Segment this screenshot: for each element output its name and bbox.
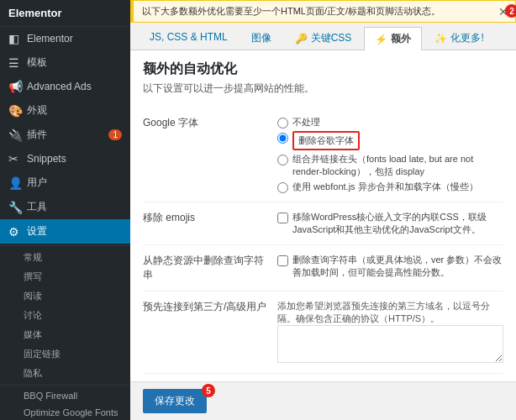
table-row-google-fonts: Google 字体 不处理 删除谷歌字体 组合并链接在头: [143, 108, 503, 202]
annotation-5: 5: [202, 384, 215, 397]
query-description: 删除查询字符串（或更具体地说，ver 参数）不会改善加载时间，但可能会提高性能分…: [292, 254, 503, 279]
subitem-reading[interactable]: 阅读: [0, 286, 130, 306]
radio-remove-google-label: 删除谷歌字体: [292, 131, 360, 150]
page-content: 额外的自动优化 以下设置可以进一步提高网站的性能。 Google 字体 不处理 …: [130, 50, 516, 381]
tab-extra[interactable]: ⚡ 额外: [364, 27, 422, 50]
google-fonts-options: 不处理 删除谷歌字体 组合并链接在头（fonts load late, but …: [277, 116, 503, 193]
query-value: 删除查询字符串（或更具体地说，ver 参数）不会改善加载时间，但可能会提高性能分…: [277, 245, 503, 291]
query-checkbox-item[interactable]: 删除查询字符串（或更具体地说，ver 参数）不会改善加载时间，但可能会提高性能分…: [277, 254, 503, 279]
sidebar-item-advanced-ads[interactable]: 📢 Advanced Ads: [0, 75, 130, 98]
emojis-value: 移除WordPress核心嵌入文字的内联CSS，联级JavaScript和其他主…: [277, 202, 503, 245]
radio-webfont-label: 使用 webfont.js 异步合并和加载字体（慢些）: [292, 181, 478, 193]
save-button[interactable]: 保存更改: [143, 389, 207, 413]
radio-remove-google-input[interactable]: [277, 133, 288, 144]
preconnect-description: 添加您希望浏览器预先连接的第三方域名，以逗号分隔。确保包含正确的协议（HTTP/…: [277, 300, 503, 325]
preconnect-label: 预先连接到第三方/高级用户: [143, 291, 277, 374]
appearance-icon: 🎨: [8, 104, 22, 118]
subitem-media[interactable]: 媒体: [0, 325, 130, 344]
emojis-checkbox[interactable]: [277, 213, 288, 223]
google-fonts-label: Google 字体: [143, 108, 277, 202]
radio-no-process-label: 不处理: [292, 116, 320, 129]
radio-webfont-input[interactable]: [277, 182, 288, 193]
table-row-preconnect: 预先连接到第三方/高级用户 添加您希望浏览器预先连接的第三方域名，以逗号分隔。确…: [143, 291, 503, 374]
radio-webfont[interactable]: 使用 webfont.js 异步合并和加载字体（慢些）: [277, 181, 503, 193]
query-label: 从静态资源中删除查询字符串: [143, 245, 277, 291]
subitem-discussion[interactable]: 讨论: [0, 306, 130, 325]
subitem-writing[interactable]: 撰写: [0, 267, 130, 286]
preload-label: 预加载特定资源（高级用户）: [143, 374, 277, 382]
subitem-privacy[interactable]: 隐私: [0, 364, 130, 383]
sidebar-item-snippets[interactable]: ✂ Snippets: [0, 147, 130, 171]
radio-remove-google[interactable]: 删除谷歌字体: [277, 131, 503, 150]
page-title: 额外的自动优化: [143, 60, 503, 78]
save-bar: 保存更改 5: [130, 381, 516, 420]
tab-images[interactable]: 图像: [240, 26, 282, 50]
ads-icon: 📢: [8, 80, 22, 93]
sidebar-item-elementor[interactable]: ◧ Elementor: [0, 27, 130, 50]
query-checkbox[interactable]: [277, 255, 288, 266]
sidebar: Elementor ◧ Elementor ☰ 模板 📢 Advanced Ad…: [0, 0, 130, 420]
radio-no-process-input[interactable]: [277, 118, 288, 129]
preconnect-textarea[interactable]: [277, 325, 503, 363]
radio-combine[interactable]: 组合并链接在头（fonts load late, but are not ren…: [277, 153, 503, 178]
sidebar-header: Elementor: [0, 0, 130, 27]
sidebar-item-tools[interactable]: 🔧 工具: [0, 195, 130, 219]
page-subtitle: 以下设置可以进一步提高网站的性能。: [143, 81, 503, 96]
radio-no-process[interactable]: 不处理: [277, 116, 503, 129]
annotation-2: 2: [505, 4, 516, 18]
snippets-icon: ✂: [8, 152, 22, 165]
settings-icon: ⚙: [8, 225, 22, 239]
sidebar-item-plugins[interactable]: 🔌 插件 1: [0, 123, 130, 147]
google-fonts-value: 不处理 删除谷歌字体 组合并链接在头（fonts load late, but …: [277, 108, 503, 202]
sidebar-item-users[interactable]: 👤 用户: [0, 171, 130, 195]
settings-subitems: 常规 撰写 阅读 讨论 媒体 固定链接 隐私: [0, 245, 130, 383]
subitem-optimize-google[interactable]: Optimize Google Fonts: [0, 404, 130, 420]
notice-text: 以下大多数额外优化需要至少一个HTML页面/正文/标题和页脚活动状态。: [142, 6, 440, 16]
preconnect-value: 添加您希望浏览器预先连接的第三方域名，以逗号分隔。确保包含正确的协议（HTTP/…: [277, 291, 503, 374]
plugin-subitems: BBQ Firewall Optimize Google Fonts MainW…: [0, 385, 130, 420]
subitem-bbq[interactable]: BBQ Firewall: [0, 387, 130, 404]
key-icon: 🔑: [295, 33, 308, 45]
table-row-query: 从静态资源中删除查询字符串 删除查询字符串（或更具体地说，ver 参数）不会改善…: [143, 245, 503, 291]
users-icon: 👤: [8, 176, 22, 190]
sidebar-item-templates[interactable]: ☰ 模板: [0, 50, 130, 75]
emojis-label: 移除 emojis: [143, 202, 277, 245]
elementor-icon: ◧: [8, 32, 22, 45]
plugins-icon: 🔌: [8, 129, 22, 142]
table-row-preload: 预加载特定资源（高级用户） 包含要预加载资源的完整URL列表（逗号隔开），节约使…: [143, 374, 503, 382]
subitem-general[interactable]: 常规: [0, 248, 130, 267]
magic-icon: ✨: [434, 33, 447, 45]
tab-js-css-html[interactable]: JS, CSS & HTML: [139, 26, 239, 50]
sidebar-item-settings[interactable]: ⚙ 设置: [0, 219, 130, 244]
subitem-permalink[interactable]: 固定链接: [0, 344, 130, 364]
sidebar-item-appearance[interactable]: 🎨 外观: [0, 98, 130, 123]
plugins-badge: 1: [108, 129, 122, 140]
radio-combine-label: 组合并链接在头（fonts load late, but are not ren…: [292, 153, 503, 178]
notice-bar: 以下大多数额外优化需要至少一个HTML页面/正文/标题和页脚活动状态。 ✕ 2: [130, 0, 516, 23]
tools-icon: 🔧: [8, 201, 22, 214]
tab-critical-css[interactable]: 🔑 关键CSS: [284, 26, 363, 50]
tab-more[interactable]: ✨ 化更多!: [424, 26, 494, 50]
table-row-emojis: 移除 emojis 移除WordPress核心嵌入文字的内联CSS，联级Java…: [143, 202, 503, 245]
emojis-description: 移除WordPress核心嵌入文字的内联CSS，联级JavaScript和其他主…: [292, 211, 503, 236]
tabs-bar: JS, CSS & HTML 图像 🔑 关键CSS ⚡ 额外 ✨ 化更多!: [130, 23, 516, 50]
emojis-checkbox-item[interactable]: 移除WordPress核心嵌入文字的内联CSS，联级JavaScript和其他主…: [277, 211, 503, 236]
extra-icon: ⚡: [375, 34, 387, 45]
templates-icon: ☰: [8, 56, 22, 70]
main-content: 以下大多数额外优化需要至少一个HTML页面/正文/标题和页脚活动状态。 ✕ 2 …: [130, 0, 516, 420]
settings-table: Google 字体 不处理 删除谷歌字体 组合并链接在头: [143, 108, 503, 381]
preload-value: 包含要预加载资源的完整URL列表（逗号隔开），节约使用！: [277, 374, 503, 382]
radio-combine-input[interactable]: [277, 155, 288, 165]
